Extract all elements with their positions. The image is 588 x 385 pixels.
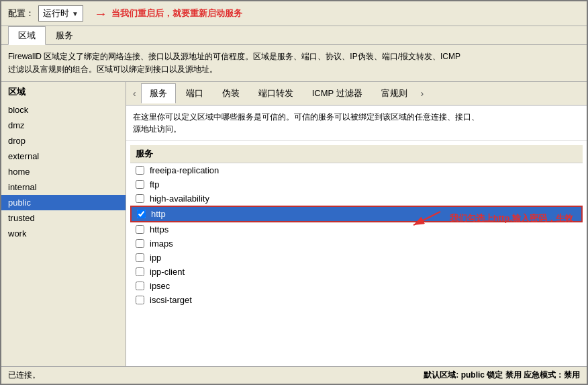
- left-panel: 区域 block dmz drop external home internal…: [1, 82, 126, 366]
- table-row[interactable]: imaps: [130, 237, 583, 251]
- services-table-container[interactable]: 服务 freeipa-replication: [126, 141, 587, 366]
- service-row-ha[interactable]: high-availability: [130, 191, 583, 206]
- nav-tab-richrules[interactable]: 富规则: [373, 83, 416, 103]
- runtime-dropdown[interactable]: 运行时 ▼: [38, 5, 83, 22]
- service-row-ipp[interactable]: ipp: [130, 251, 583, 265]
- service-name-ftp: ftp: [150, 179, 159, 189]
- content-area: 区域 block dmz drop external home internal…: [1, 82, 587, 366]
- services-table: 服务 freeipa-replication: [130, 145, 583, 307]
- description-bar: FirewallD 区域定义了绑定的网络连接、接口以及源地址的可信程度。区域是服…: [1, 45, 587, 82]
- zone-list: block dmz drop external home internal pu…: [1, 102, 126, 366]
- right-panel: ‹ 服务 端口 伪装 端口转发 ICMP 过滤器 富规则 › 在这里你可以定义区…: [126, 82, 587, 366]
- zone-item-drop[interactable]: drop: [1, 133, 126, 148]
- nav-tab-masquerade[interactable]: 伪装: [213, 83, 248, 103]
- zone-item-dmz[interactable]: dmz: [1, 118, 126, 133]
- main-tabs-bar: 区域 服务: [1, 26, 587, 45]
- service-row-ipsec[interactable]: ipsec: [130, 279, 583, 293]
- service-name-ipp-client: ipp-client: [150, 267, 185, 277]
- service-checkbox-ipp-client[interactable]: [136, 267, 144, 276]
- zone-item-work[interactable]: work: [1, 226, 126, 241]
- service-checkbox-ftp[interactable]: [136, 180, 144, 189]
- services-panel-description: 在这里你可以定义区域中哪些服务是可信的。可信的服务可以被绑定到该区域的任意连接、…: [126, 105, 587, 141]
- services-column-header: 服务: [130, 145, 583, 163]
- service-row-https[interactable]: https: [130, 222, 583, 237]
- service-checkbox-iscsi[interactable]: [136, 296, 144, 304]
- service-checkbox-ipsec[interactable]: [136, 282, 144, 290]
- service-row-iscsi[interactable]: iscsi-target: [130, 293, 583, 307]
- table-row[interactable]: ipsec: [130, 279, 583, 293]
- table-row[interactable]: ipp: [130, 251, 583, 265]
- service-name-iscsi: iscsi-target: [150, 295, 192, 305]
- zone-item-internal[interactable]: internal: [1, 179, 126, 195]
- top-annotation-text: 当我们重启后，就要重新启动服务: [111, 7, 242, 19]
- table-row[interactable]: https: [130, 222, 583, 237]
- service-name-ipp: ipp: [150, 253, 161, 263]
- status-bar: 已连接。 默认区域: public 锁定 禁用 应急模式：禁用: [1, 366, 587, 384]
- description-text: FirewallD 区域定义了绑定的网络连接、接口以及源地址的可信程度。区域是服…: [8, 52, 460, 74]
- right-tabs-nav: ‹ 服务 端口 伪装 端口转发 ICMP 过滤器 富规则 ›: [126, 82, 587, 105]
- status-connected: 已连接。: [8, 370, 40, 381]
- nav-tab-ports[interactable]: 端口: [177, 83, 212, 103]
- service-row-http[interactable]: http: [130, 206, 583, 222]
- table-row[interactable]: freeipa-replication: [130, 163, 583, 178]
- tab-services[interactable]: 服务: [46, 26, 83, 45]
- nav-tab-portforward[interactable]: 端口转发: [250, 83, 302, 103]
- zone-item-trusted[interactable]: trusted: [1, 210, 126, 226]
- nav-left-arrow-icon[interactable]: ‹: [129, 85, 140, 101]
- service-name-freeipa: freeipa-replication: [150, 165, 219, 175]
- service-name-ipsec: ipsec: [150, 281, 170, 291]
- table-row[interactable]: iscsi-target: [130, 293, 583, 307]
- service-row-freeipa[interactable]: freeipa-replication: [130, 163, 583, 177]
- service-checkbox-ha[interactable]: [136, 194, 144, 203]
- service-name-ha: high-availability: [150, 194, 209, 204]
- service-name-https: https: [150, 224, 168, 234]
- service-row-imaps[interactable]: imaps: [130, 237, 583, 251]
- status-info: 默认区域: public 锁定 禁用 应急模式：禁用: [424, 370, 580, 381]
- chevron-down-icon: ▼: [72, 10, 79, 17]
- nav-tab-services[interactable]: 服务: [141, 83, 176, 103]
- service-name-http: http: [151, 209, 166, 219]
- table-row[interactable]: high-availability: [130, 191, 583, 206]
- service-checkbox-http[interactable]: [137, 210, 146, 218]
- service-checkbox-freeipa[interactable]: [136, 166, 144, 175]
- service-checkbox-ipp[interactable]: [136, 253, 144, 262]
- zone-item-home[interactable]: home: [1, 164, 126, 179]
- zone-item-external[interactable]: external: [1, 148, 126, 164]
- service-checkbox-imaps[interactable]: [136, 239, 144, 248]
- zone-item-block[interactable]: block: [1, 102, 126, 118]
- tab-zone[interactable]: 区域: [8, 26, 46, 45]
- zone-item-public[interactable]: public: [1, 195, 126, 210]
- service-name-imaps: imaps: [150, 239, 173, 249]
- service-row-ftp[interactable]: ftp: [130, 177, 583, 191]
- service-checkbox-https[interactable]: [136, 225, 144, 234]
- nav-right-arrow-icon[interactable]: ›: [417, 85, 428, 101]
- table-row[interactable]: ftp: [130, 177, 583, 191]
- arrow-right-icon: →: [94, 6, 107, 22]
- table-row[interactable]: http: [130, 206, 583, 222]
- table-row[interactable]: ipp-client: [130, 265, 583, 279]
- service-row-ipp-client[interactable]: ipp-client: [130, 265, 583, 279]
- nav-tab-icmp[interactable]: ICMP 过滤器: [303, 83, 371, 103]
- dropdown-value: 运行时: [43, 7, 69, 19]
- config-label: 配置：: [8, 7, 34, 19]
- top-bar: 配置： 运行时 ▼ → 当我们重启后，就要重新启动服务: [1, 1, 587, 26]
- main-window: 配置： 运行时 ▼ → 当我们重启后，就要重新启动服务 区域 服务 Firewa…: [0, 0, 588, 385]
- top-annotation: → 当我们重启后，就要重新启动服务: [94, 6, 242, 22]
- zone-section-header: 区域: [1, 82, 126, 102]
